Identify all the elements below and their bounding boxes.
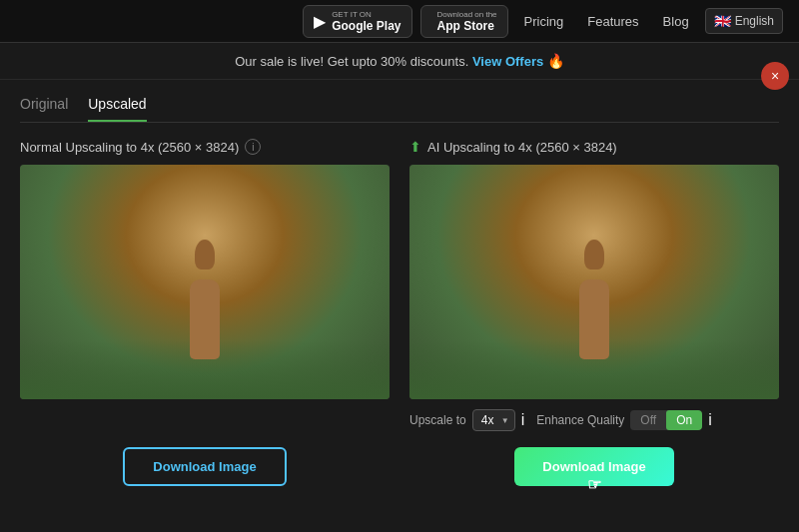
features-link[interactable]: Features [579,14,646,29]
normal-panel: Normal Upscaling to 4x (2560 × 3824) i [20,139,390,431]
google-play-icon: ▶ [314,12,326,31]
tabs-bar: Original Upscaled [20,96,779,123]
upscale-info-icon[interactable]: i [521,411,525,429]
normal-download-button[interactable]: Download Image [123,447,286,486]
ai-download-button[interactable]: Download Image ☞ [514,447,673,486]
enhance-control: Enhance Quality Off On i [536,410,711,430]
tab-upscaled[interactable]: Upscaled [88,96,146,122]
app-store-text: Download on the App Store [437,10,497,33]
normal-download-section: Download Image [20,447,390,486]
tab-original[interactable]: Original [20,96,68,122]
upscale-label: Upscale to [409,413,466,427]
ai-panel: ⬆ AI Upscaling to 4x (2560 × 3824) Upsca… [409,139,779,431]
navbar: ▶ GET IT ON Google Play Download on the … [0,0,799,43]
close-button[interactable]: × [761,62,789,90]
google-play-button[interactable]: ▶ GET IT ON Google Play [303,5,411,38]
app-store-button[interactable]: Download on the App Store [420,5,508,38]
normal-info-icon[interactable]: i [245,139,261,155]
sale-banner: Our sale is live! Get upto 30% discounts… [0,43,799,80]
normal-image [20,165,390,399]
view-offers-link[interactable]: View Offers [472,54,543,69]
ai-download-label: Download Image [542,459,645,474]
sale-text: Our sale is live! Get upto 30% discounts… [235,54,468,69]
pricing-link[interactable]: Pricing [516,14,572,29]
toggle-off[interactable]: Off [630,410,666,430]
download-row: Download Image Download Image ☞ [20,447,779,486]
ai-title-text: AI Upscaling to 4x (2560 × 3824) [427,140,617,155]
ai-controls: Upscale to 2x 4x 8x i Enhance Quality Of… [409,409,779,431]
deer-silhouette-normal [175,240,235,359]
normal-title-text: Normal Upscaling to 4x (2560 × 3824) [20,140,239,155]
enhance-label: Enhance Quality [536,413,624,427]
upscale-control: Upscale to 2x 4x 8x i [409,409,524,431]
normal-panel-title: Normal Upscaling to 4x (2560 × 3824) i [20,139,390,155]
comparison-panels: Normal Upscaling to 4x (2560 × 3824) i ⬆… [20,139,779,431]
toggle-on[interactable]: On [666,410,702,430]
deer-image-normal [20,165,390,399]
blog-link[interactable]: Blog [655,14,697,29]
ai-upscale-icon: ⬆ [409,139,421,155]
google-play-text: GET IT ON Google Play [332,10,400,33]
enhance-info-icon[interactable]: i [708,411,712,429]
ai-panel-title: ⬆ AI Upscaling to 4x (2560 × 3824) [409,139,779,155]
ai-image [409,165,779,399]
language-selector[interactable]: 🇬🇧 English [705,8,783,34]
fire-icon: 🔥 [547,53,564,69]
main-content: Original Upscaled Normal Upscaling to 4x… [0,80,799,502]
flag-icon: 🇬🇧 [714,13,731,29]
deer-silhouette-ai [564,240,624,359]
deer-image-ai [409,165,779,399]
language-label: English [735,14,774,28]
enhance-toggle: Off On [630,410,702,430]
cursor-icon: ☞ [587,475,601,494]
upscale-select-wrapper: 2x 4x 8x [472,409,515,431]
upscale-select[interactable]: 2x 4x 8x [472,409,515,431]
ai-download-section: Download Image ☞ [409,447,779,486]
